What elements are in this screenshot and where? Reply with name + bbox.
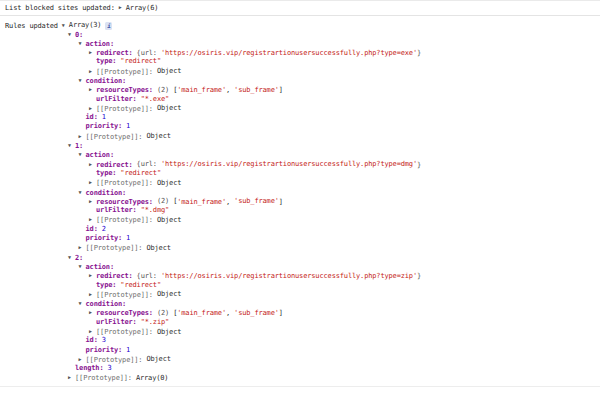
triangle-right-icon[interactable]: ▶ xyxy=(89,197,96,206)
property-name: action xyxy=(86,151,110,159)
string-value: "*.zip" xyxy=(141,318,169,326)
prototype-label: [[Prototype]] xyxy=(96,179,149,187)
triangle-right-icon[interactable]: ▶ xyxy=(89,48,96,57)
triangle-right-icon[interactable]: ▶ xyxy=(79,132,86,141)
colon: : xyxy=(138,355,142,363)
triangle-down-icon[interactable]: ▼ xyxy=(79,262,86,271)
object-value: Object xyxy=(157,328,181,336)
triangle-right-icon[interactable]: ▶ xyxy=(79,355,86,364)
triangle-right-icon[interactable]: ▶ xyxy=(89,67,96,76)
array-preview-expanded[interactable]: ▼Array(3) xyxy=(62,21,102,29)
array-preview-label[interactable]: Array(6) xyxy=(126,4,159,12)
prototype-label: [[Prototype]] xyxy=(75,374,128,382)
array-length-badge: (2) xyxy=(157,309,169,317)
array-preview-collapsed[interactable]: ▶Array(6) xyxy=(119,4,159,12)
string-value: "*.dmg" xyxy=(141,206,169,214)
triangle-down-icon[interactable]: ▼ xyxy=(79,188,86,197)
tree-row[interactable]: ▶redirect:{url:'https://osiris.vip/regis… xyxy=(0,48,600,57)
object-value: Object xyxy=(157,104,181,112)
tree-row[interactable]: ▼action: xyxy=(0,150,600,159)
colon: : xyxy=(149,216,153,224)
tree-row[interactable]: ▶[[Prototype]]:Array(0) xyxy=(0,373,600,382)
triangle-right-icon[interactable]: ▶ xyxy=(89,308,96,317)
tree-row[interactable]: ▶resourceTypes:(2)['main_frame','sub_fra… xyxy=(0,85,600,94)
tree-row[interactable]: ▼action: xyxy=(0,39,600,48)
tree-row[interactable]: ▼condition: xyxy=(0,188,600,197)
triangle-right-icon[interactable]: ▶ xyxy=(89,85,96,94)
property-name: priority xyxy=(86,346,119,354)
number-value: 1 xyxy=(126,234,130,242)
triangle-right-icon[interactable]: ▶ xyxy=(89,104,96,113)
tree-row[interactable]: ▼2: xyxy=(0,253,600,262)
tree-row[interactable]: ▶redirect:{url:'https://osiris.vip/regis… xyxy=(0,160,600,169)
triangle-right-icon[interactable]: ▶ xyxy=(89,327,96,336)
tree-row[interactable]: ▼condition: xyxy=(0,76,600,85)
colon: : xyxy=(149,197,153,205)
property-name: action xyxy=(86,262,110,270)
tree-row[interactable]: ▶[[Prototype]]:Object xyxy=(0,104,600,113)
property-name: type xyxy=(96,169,112,177)
triangle-right-icon[interactable]: ▶ xyxy=(89,290,96,299)
colon: : xyxy=(110,151,114,159)
triangle-down-icon[interactable]: ▼ xyxy=(79,299,86,308)
array-preview-label[interactable]: Array(3) xyxy=(69,21,102,29)
tree-row[interactable]: ▶[[Prototype]]:Object xyxy=(0,327,600,336)
array-value: Array(0) xyxy=(136,374,169,382)
property-name: type xyxy=(96,57,112,65)
string-value: 'sub_frame' xyxy=(234,197,279,205)
object-value: Object xyxy=(157,179,181,187)
property-name: condition xyxy=(86,76,123,84)
object-preview-open: {url: xyxy=(137,49,157,57)
tree-row[interactable]: ▼0: xyxy=(0,30,600,39)
triangle-down-icon[interactable]: ▼ xyxy=(68,30,75,39)
colon: : xyxy=(133,206,137,214)
property-name: redirect xyxy=(96,49,129,57)
comma: , xyxy=(226,309,230,317)
triangle-right-icon[interactable]: ▶ xyxy=(89,215,96,224)
tree-row[interactable]: ▶[[Prototype]]:Object xyxy=(0,290,600,299)
tree-row: priority:1 xyxy=(0,234,600,243)
tree-row: urlFilter:"*.dmg" xyxy=(0,206,600,215)
tree-row[interactable]: ▶[[Prototype]]:Object xyxy=(0,243,600,252)
colon: : xyxy=(94,336,98,344)
prototype-label: [[Prototype]] xyxy=(96,216,149,224)
tree-row[interactable]: ▶[[Prototype]]:Object xyxy=(0,132,600,141)
triangle-down-icon[interactable]: ▼ xyxy=(68,253,75,262)
tree-row[interactable]: ▼action: xyxy=(0,262,600,271)
property-name: resourceTypes xyxy=(96,309,149,317)
colon: : xyxy=(79,30,83,38)
triangle-down-icon[interactable]: ▼ xyxy=(79,150,86,159)
comma: , xyxy=(226,197,230,205)
colon: : xyxy=(112,281,116,289)
tree-row[interactable]: ▼condition: xyxy=(0,299,600,308)
colon: : xyxy=(149,67,153,75)
triangle-right-icon[interactable]: ▶ xyxy=(89,271,96,280)
triangle-down-icon[interactable]: ▼ xyxy=(68,141,75,150)
tree-row[interactable]: ▶[[Prototype]]:Object xyxy=(0,355,600,364)
triangle-down-icon[interactable]: ▼ xyxy=(79,39,86,48)
tree-row[interactable]: ▼1: xyxy=(0,141,600,150)
triangle-right-icon[interactable]: ▶ xyxy=(89,160,96,169)
string-value: 'sub_frame' xyxy=(234,86,279,94)
tree-row[interactable]: ▶[[Prototype]]:Object xyxy=(0,215,600,224)
triangle-down-icon[interactable]: ▼ xyxy=(79,76,86,85)
triangle-right-icon[interactable]: ▶ xyxy=(89,178,96,187)
tree-row[interactable]: ▶resourceTypes:(2)['main_frame','sub_fra… xyxy=(0,308,600,317)
tree-row[interactable]: ▶redirect:{url:'https://osiris.vip/regis… xyxy=(0,271,600,280)
tree-row[interactable]: ▶[[Prototype]]:Object xyxy=(0,178,600,187)
colon: : xyxy=(122,76,126,84)
property-name: redirect xyxy=(96,272,129,280)
colon: : xyxy=(118,122,122,130)
object-value: Object xyxy=(157,216,181,224)
triangle-right-icon[interactable]: ▶ xyxy=(68,373,75,382)
tree-row[interactable]: ▶resourceTypes:(2)['main_frame','sub_fra… xyxy=(0,197,600,206)
property-name: urlFilter xyxy=(96,95,133,103)
string-value: 'sub_frame' xyxy=(234,309,279,317)
triangle-right-icon[interactable]: ▶ xyxy=(119,3,126,12)
tree-row[interactable]: ▶[[Prototype]]:Object xyxy=(0,67,600,76)
string-value: "redirect" xyxy=(120,57,161,65)
colon: : xyxy=(99,364,103,372)
colon: : xyxy=(110,262,114,270)
triangle-right-icon[interactable]: ▶ xyxy=(79,243,86,252)
triangle-down-icon[interactable]: ▼ xyxy=(62,20,69,30)
